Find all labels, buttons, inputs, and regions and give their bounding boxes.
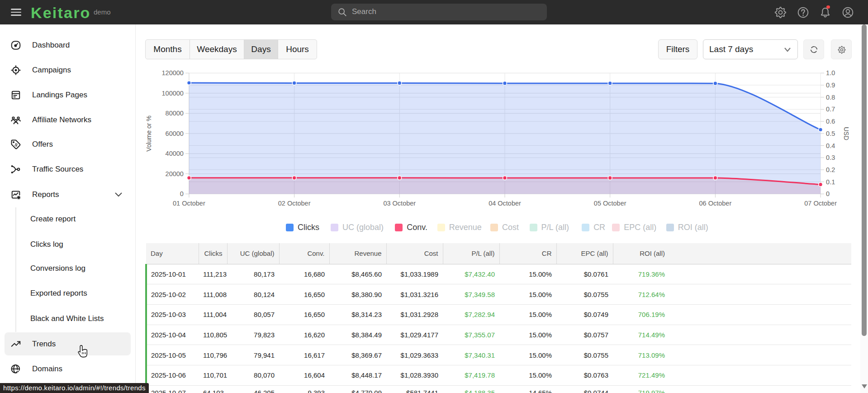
svg-text:0.7: 0.7 bbox=[826, 105, 835, 113]
svg-text:0.1: 0.1 bbox=[826, 178, 835, 186]
svg-text:04 October: 04 October bbox=[489, 200, 521, 207]
svg-text:20000: 20000 bbox=[166, 170, 184, 177]
svg-text:0.4: 0.4 bbox=[826, 142, 835, 149]
svg-text:0.2: 0.2 bbox=[826, 166, 835, 173]
svg-text:05 October: 05 October bbox=[594, 200, 626, 207]
svg-text:02 October: 02 October bbox=[278, 200, 311, 207]
svg-text:03 October: 03 October bbox=[383, 200, 416, 207]
svg-text:01 October: 01 October bbox=[173, 200, 205, 207]
svg-text:0.3: 0.3 bbox=[826, 154, 835, 161]
svg-text:USD: USD bbox=[843, 127, 850, 140]
svg-text:0.9: 0.9 bbox=[826, 81, 835, 89]
svg-text:100000: 100000 bbox=[162, 90, 184, 97]
svg-text:1.0: 1.0 bbox=[826, 69, 835, 77]
svg-text:07 October: 07 October bbox=[804, 200, 837, 207]
svg-text:0.8: 0.8 bbox=[826, 94, 835, 101]
svg-text:60000: 60000 bbox=[166, 130, 184, 137]
svg-text:0: 0 bbox=[180, 190, 184, 197]
svg-text:80000: 80000 bbox=[166, 110, 184, 117]
svg-text:0.6: 0.6 bbox=[826, 118, 835, 125]
svg-text:06 October: 06 October bbox=[699, 200, 732, 207]
svg-text:0: 0 bbox=[826, 190, 830, 197]
svg-text:40000: 40000 bbox=[166, 150, 184, 157]
svg-text:Volume or %: Volume or % bbox=[145, 115, 152, 151]
svg-text:0.5: 0.5 bbox=[826, 130, 835, 137]
svg-text:120000: 120000 bbox=[162, 69, 184, 77]
